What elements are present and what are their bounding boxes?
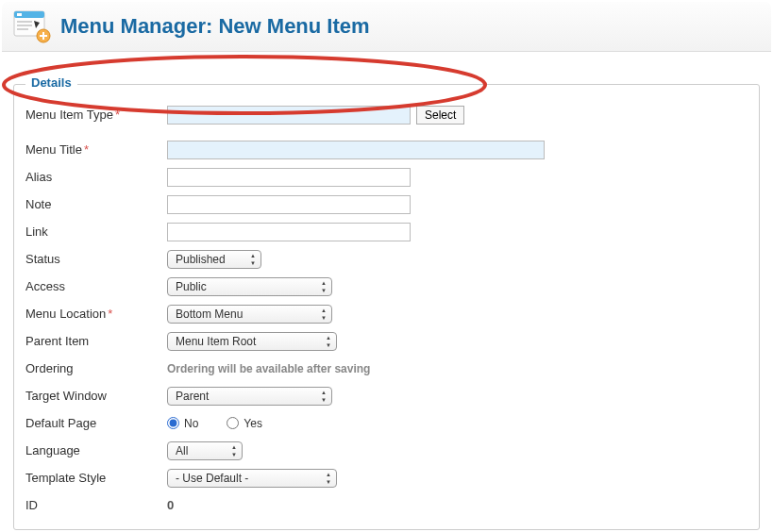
- default-page-yes-radio[interactable]: [227, 417, 239, 429]
- label-target-window: Target Window: [25, 389, 167, 403]
- label-menu-item-type: Menu Item Type*: [25, 108, 167, 122]
- alias-input[interactable]: [167, 168, 411, 187]
- svg-rect-3: [17, 21, 32, 23]
- label-default-page: Default Page: [25, 416, 167, 430]
- language-select[interactable]: All: [167, 441, 243, 460]
- label-menu-location: Menu Location*: [25, 307, 167, 321]
- svg-rect-5: [17, 28, 28, 30]
- label-alias: Alias: [25, 170, 167, 184]
- menu-location-select[interactable]: Bottom Menu: [167, 305, 332, 324]
- note-input[interactable]: [167, 195, 411, 214]
- link-input[interactable]: [167, 223, 411, 241]
- page-header: Menu Manager: New Menu Item: [2, 2, 771, 52]
- page-title: Menu Manager: New Menu Item: [60, 14, 370, 39]
- label-ordering: Ordering: [25, 361, 167, 375]
- default-page-yes[interactable]: Yes: [227, 417, 262, 430]
- status-select[interactable]: Published: [167, 250, 261, 269]
- label-id: ID: [25, 498, 167, 512]
- parent-item-select[interactable]: Menu Item Root: [167, 332, 337, 351]
- select-type-button[interactable]: Select: [416, 106, 464, 125]
- label-parent-item: Parent Item: [25, 334, 167, 348]
- menu-title-input[interactable]: [167, 141, 545, 159]
- label-access: Access: [25, 279, 167, 293]
- label-template-style: Template Style: [25, 471, 167, 485]
- svg-rect-2: [17, 13, 22, 16]
- target-window-select[interactable]: Parent: [167, 387, 332, 406]
- default-page-no[interactable]: No: [167, 417, 198, 430]
- svg-rect-9: [40, 35, 47, 37]
- ordering-note: Ordering will be available after saving: [167, 362, 370, 375]
- label-language: Language: [25, 443, 167, 457]
- details-fieldset: Details Menu Item Type* Select Menu Titl…: [13, 84, 760, 530]
- access-select[interactable]: Public: [167, 277, 332, 296]
- default-page-no-radio[interactable]: [167, 417, 179, 429]
- svg-rect-4: [17, 25, 32, 26]
- menu-item-type-input[interactable]: [167, 106, 411, 125]
- fieldset-legend: Details: [25, 75, 77, 90]
- label-status: Status: [25, 252, 167, 266]
- id-value: 0: [167, 498, 174, 512]
- label-note: Note: [25, 197, 167, 211]
- menu-manager-icon: [13, 9, 51, 43]
- template-style-select[interactable]: - Use Default -: [167, 469, 337, 488]
- label-menu-title: Menu Title*: [25, 142, 167, 157]
- label-link: Link: [25, 224, 167, 239]
